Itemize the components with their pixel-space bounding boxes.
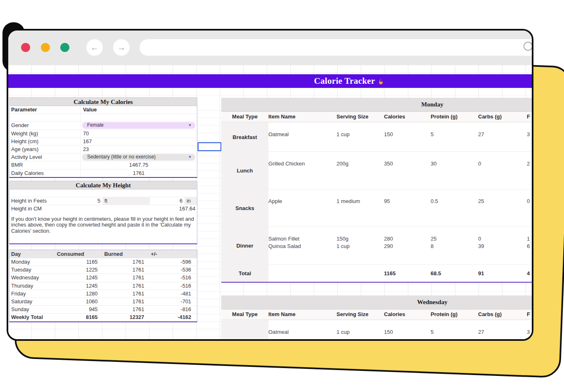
weekly-row: Monday11651761-596 (9, 258, 197, 266)
height-note: If you don't know your height in centime… (9, 213, 197, 234)
meal-item-cell: 290 (384, 243, 431, 250)
weekly-value-cell: 12327 (103, 314, 150, 321)
weekly-value-cell: -536 (150, 266, 197, 274)
calc-param-label: Weight (kg) (9, 130, 81, 137)
meal-total-row: Total116568.5914 (221, 264, 532, 282)
minimize-window-button[interactable] (41, 43, 50, 52)
meal-header-cell: Protein (g) (431, 309, 478, 319)
meal-item-cell: Apple (268, 198, 337, 205)
meal-item-row: Grilled Chicken200g3503002 (268, 160, 532, 168)
meal-header-cell: F (527, 309, 532, 319)
meal-item-cell: 95 (384, 198, 431, 205)
calc-param-label: Activity Level (9, 153, 81, 161)
meal-item-cell: 150 (384, 328, 431, 336)
height-cm-label: Height in CM (9, 205, 81, 213)
feet-unit-cell: ft (102, 197, 150, 205)
meal-item-cell: 5 (431, 328, 478, 336)
meal-type-cell: Snacks (221, 189, 268, 227)
meal-item-cell: 0 (527, 198, 532, 205)
meal-item-cell: 5 (431, 131, 478, 138)
weekly-row: Saturday10601761-701 (9, 298, 197, 305)
weekly-day-cell: Saturday (9, 298, 56, 305)
calc-param-label: Parameter (9, 106, 81, 113)
weekly-row: Friday12801761-481 (9, 290, 197, 298)
weekly-value-cell: -596 (150, 258, 197, 266)
calc-value-cell: Sedentary (little or no exercise)▼ (81, 153, 197, 161)
weekly-value-cell: -516 (150, 282, 197, 290)
calc-row: Activity LevelSedentary (little or no ex… (9, 153, 197, 161)
meal-type-cell: Dinner (221, 227, 268, 264)
meal-table-header-row: Meal TypeItem NameServing SizeCaloriesPr… (221, 309, 532, 320)
weekly-summary-table: DayConsumedBurned+/-Monday11651761-596Tu… (9, 250, 197, 322)
meal-item-cell: 2 (527, 160, 532, 168)
meal-item-cell: 30 (431, 160, 478, 168)
weekly-day-cell: Wednesday (9, 274, 56, 281)
meal-header-cell: Carbs (g) (478, 112, 527, 122)
weekly-header-row: DayConsumedBurned+/- (9, 250, 197, 258)
meal-item-cell: 1 (527, 235, 532, 243)
feet-value-cell[interactable]: 5 (81, 197, 102, 205)
calories-calculator-title: Calculate My Calories (9, 97, 197, 106)
weekly-day-cell: Weekly Total (9, 314, 56, 321)
weekly-value-cell: 1225 (56, 266, 104, 274)
inch-value-cell[interactable]: 6 (150, 197, 185, 205)
weekly-value-cell: 1165 (56, 258, 104, 266)
meal-group-breakfast: BreakfastOatmeal1 cup1505273 (221, 320, 532, 339)
forward-button[interactable]: → (113, 39, 130, 56)
meal-group-snacks: SnacksApple1 medium950.5250 (221, 189, 532, 227)
weekly-header-cell: +/- (150, 250, 197, 258)
selected-cell[interactable] (198, 142, 221, 151)
weekly-value-cell: 1245 (56, 274, 104, 281)
calc-row: Age (years)23 (9, 145, 197, 153)
calc-value-cell (81, 114, 197, 121)
search-icon[interactable] (524, 42, 533, 51)
meal-table-monday: MondayMeal TypeItem NameServing SizeCalo… (221, 98, 532, 283)
forward-arrow-icon: → (117, 43, 126, 52)
meal-group-breakfast: BreakfastOatmeal1 cup1505273 (221, 122, 532, 151)
height-cm-row: Height in CM 167.64 (9, 205, 197, 213)
meal-item-cell: Oatmeal (268, 328, 337, 336)
meal-item-row: Salmon Fillet150g2802501 (268, 235, 532, 243)
meal-item-cell: Oatmeal (268, 131, 337, 138)
weekly-row: Sunday9451761-816 (9, 305, 197, 313)
calc-row: Weight (kg)70 (9, 130, 197, 137)
meal-item-cell: 6 (527, 243, 532, 250)
url-input[interactable] (140, 39, 533, 56)
weekly-value-cell: 1761 (103, 306, 150, 313)
weekly-header-cell: Consumed (56, 250, 104, 258)
meal-type-cell: Lunch (221, 152, 268, 189)
meal-item-row: Oatmeal1 cup1505273 (268, 328, 532, 336)
calc-row: GenderFemale▼ (9, 121, 197, 129)
calc-param-label: BMR (9, 161, 81, 169)
back-button[interactable]: ← (86, 39, 103, 56)
meal-group-dinner: DinnerSalmon Fillet150g2802501Quinoa Sal… (221, 227, 532, 264)
calc-value-cell: 70 (81, 130, 197, 137)
weekly-value-cell: -816 (150, 306, 197, 313)
meal-item-row: Oatmeal1 cup1505273 (268, 131, 532, 138)
meal-item-cell: 350 (384, 160, 431, 168)
meal-item-cell: 0 (478, 235, 527, 243)
meal-item-cell: 280 (384, 235, 431, 243)
activity-level-dropdown[interactable]: Sedentary (little or no exercise)▼ (82, 154, 195, 161)
weekly-value-cell: 1761 (103, 290, 150, 298)
meal-table-day-title: Wednesday (221, 295, 532, 309)
meal-item-cell: 1 cup (337, 243, 384, 250)
gender-dropdown[interactable]: Female▼ (82, 122, 195, 129)
weekly-row: Tuesday12251761-536 (9, 266, 197, 274)
browser-window: ← → Calorie Tracker Calculate My Calorie… (7, 29, 533, 341)
weekly-row: Wednesday12451761-516 (9, 274, 197, 281)
calc-param-label: Height (cm) (9, 138, 81, 145)
meal-item-cell: 25 (478, 198, 527, 205)
calc-row: ParameterValue (9, 106, 197, 113)
zoom-window-button[interactable] (60, 43, 69, 52)
weekly-value-cell: 945 (56, 306, 104, 313)
chevron-down-icon: ▼ (188, 122, 192, 129)
meal-header-cell: Item Name (268, 112, 337, 122)
meal-items: Oatmeal1 cup1505273 (268, 123, 532, 151)
close-window-button[interactable] (21, 43, 30, 52)
weekly-value-cell: 1761 (103, 274, 150, 281)
meal-item-cell: 1 cup (337, 328, 384, 336)
weekly-row: Thursday12451761-516 (9, 282, 197, 290)
weekly-value-cell: 1761 (103, 282, 150, 290)
weekly-value-cell: 1245 (56, 282, 104, 290)
